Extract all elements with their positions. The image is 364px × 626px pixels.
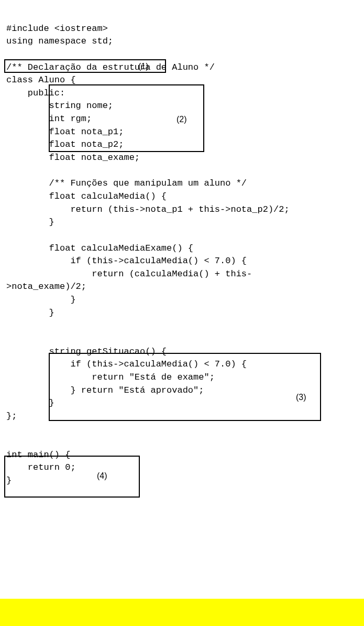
code-line: public: <box>6 88 65 98</box>
code-line: float calculaMedia() { <box>6 191 167 201</box>
code-line: float nota_exame; <box>6 153 140 163</box>
code-line: using namespace std; <box>6 36 113 46</box>
code-line: if (this->calculaMedia() < 7.0) { <box>6 256 247 266</box>
code-line: int main() { <box>6 450 70 460</box>
code-line: /** Declaração da estrutura de Aluno */ <box>6 62 215 72</box>
code-line: /** Funções que manipulam um aluno */ <box>6 178 247 188</box>
code-line: #include <iostream> <box>6 24 108 34</box>
code-line: class Aluno { <box>6 75 76 85</box>
code-line: if (this->calculaMedia() < 7.0) { <box>6 359 247 369</box>
code-line: } <box>6 217 54 227</box>
code-line: float nota_p2; <box>6 139 124 149</box>
code-line: } <box>6 308 54 318</box>
code-line: float calculaMediaExame() { <box>6 243 193 253</box>
code-block: #include <iostream> using namespace std;… <box>6 9 364 488</box>
annotation-label-1: (1) <box>138 60 149 72</box>
code-line: int rgm; <box>6 114 92 124</box>
code-line: }; <box>6 411 17 421</box>
code-line: } <box>6 398 54 408</box>
code-line: } return "Está aprovado"; <box>6 385 204 395</box>
annotation-label-2: (2) <box>177 113 187 125</box>
code-line: return (calculaMedia() + this- <box>6 269 252 279</box>
code-line: return 0; <box>6 462 76 472</box>
highlight-bar <box>0 599 364 626</box>
annotation-label-3: (3) <box>296 391 306 403</box>
code-line: string getSituacao() { <box>6 347 167 357</box>
code-line: float nota_p1; <box>6 127 124 137</box>
code-line: >nota_exame)/2; <box>6 282 86 292</box>
code-line: } <box>6 295 76 305</box>
code-line: return "Está de exame"; <box>6 372 215 382</box>
code-line: return (this->nota_p1 + this->nota_p2)/2… <box>6 204 290 214</box>
code-line: } <box>6 476 12 485</box>
code-line: string nome; <box>6 101 113 111</box>
annotation-label-4: (4) <box>97 470 107 482</box>
